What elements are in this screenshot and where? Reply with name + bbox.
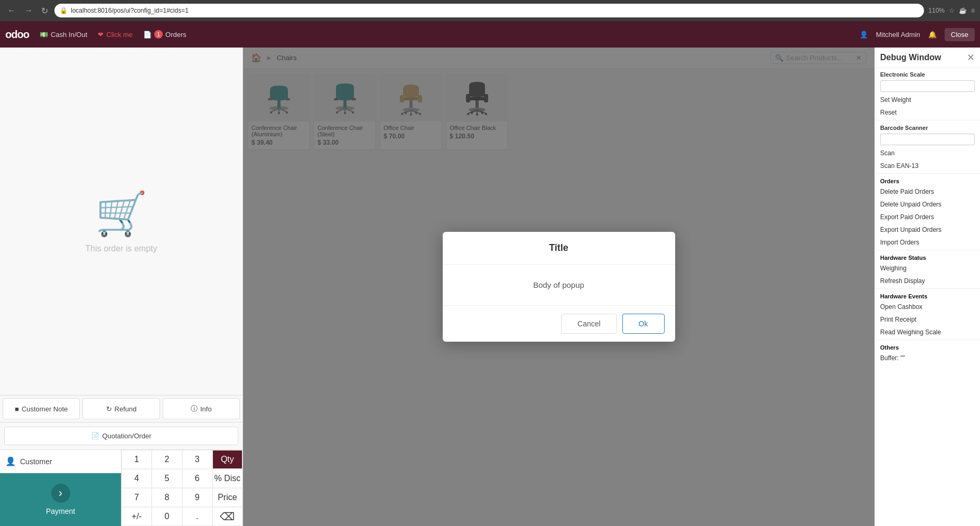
shield-icon: ☕ — [959, 7, 967, 14]
buffer-label: Buffer: "" — [875, 352, 980, 364]
quotation-button[interactable]: 📄 Quotation/Order — [4, 427, 238, 445]
numpad-row-2: 4 5 6 % Disc — [122, 469, 242, 488]
modal-title: Title — [443, 232, 675, 265]
customer-note-button[interactable]: ■ Customer Note — [3, 398, 80, 419]
nav-orders-label: Orders — [165, 31, 186, 39]
center-panel: 🏠 ► Chairs 🔍 Search Products... ✕ — [243, 48, 874, 526]
browser-chrome: ← → ↻ 🔒 localhost:8016/pos/ui?config_id=… — [0, 0, 980, 21]
refund-icon: ↻ — [106, 405, 112, 413]
customer-label: Customer — [20, 457, 52, 466]
payment-arrow-icon: › — [51, 484, 70, 503]
key-disc[interactable]: % Disc — [212, 469, 242, 488]
menu-icon: ≡ — [971, 7, 975, 14]
refresh-display-button[interactable]: Refresh Display — [875, 275, 980, 287]
barcode-scanner-input[interactable] — [880, 134, 975, 145]
key-9[interactable]: 9 — [182, 488, 212, 507]
key-6[interactable]: 6 — [182, 469, 212, 488]
orders-section-title: Orders — [875, 175, 980, 185]
weighing-button[interactable]: Weighing — [875, 262, 980, 275]
electronic-scale-title: Electronic Scale — [875, 68, 980, 79]
info-label: Info — [200, 405, 212, 413]
modal-backdrop: Title Body of popup Cancel Ok — [243, 48, 874, 526]
main-container: 🛒 This order is empty ■ Customer Note ↻ … — [0, 48, 980, 526]
nav-click-me[interactable]: ❤ Click me — [98, 31, 133, 39]
others-title: Others — [875, 341, 980, 352]
nav-cash-in-out[interactable]: 💵 Cash In/Out — [40, 31, 87, 39]
delete-unpaid-orders-button[interactable]: Delete Unpaid Orders — [875, 198, 980, 211]
debug-panel: Debug Window ✕ Electronic Scale Set Weig… — [874, 48, 980, 526]
person-icon: 👤 — [5, 456, 16, 466]
bookmark-icon: ☆ — [949, 7, 955, 14]
export-unpaid-orders-button[interactable]: Export Unpaid Orders — [875, 223, 980, 236]
file-icon: 📄 — [91, 432, 99, 440]
left-panel: 🛒 This order is empty ■ Customer Note ↻ … — [0, 48, 243, 526]
payment-button[interactable]: › Payment — [0, 473, 121, 526]
url-text: localhost:8016/pos/ui?config_id=1#cids=1 — [71, 7, 189, 14]
user-avatar-icon: 👤 — [860, 31, 868, 39]
numpad-grid: 1 2 3 Qty 4 5 6 % Disc 7 8 9 Price — [122, 450, 242, 526]
scan-button[interactable]: Scan — [875, 147, 980, 159]
user-area: 👤 Mitchell Admin 🔔 Close — [860, 28, 975, 41]
import-orders-button[interactable]: Import Orders — [875, 236, 980, 249]
order-empty: 🛒 This order is empty — [0, 48, 242, 395]
hardware-events-title: Hardware Events — [875, 290, 980, 300]
reload-button[interactable]: ↻ — [39, 4, 50, 18]
scan-ean13-button[interactable]: Scan EAN-13 — [875, 159, 980, 172]
key-7[interactable]: 7 — [122, 488, 152, 507]
key-4[interactable]: 4 — [122, 469, 152, 488]
key-2[interactable]: 2 — [152, 450, 182, 469]
set-weight-button[interactable]: Set Weight — [875, 93, 980, 106]
export-paid-orders-button[interactable]: Export Paid Orders — [875, 211, 980, 223]
modal-box: Title Body of popup Cancel Ok — [443, 232, 675, 342]
order-actions: ■ Customer Note ↻ Refund ⓘ Info — [0, 395, 242, 422]
modal-cancel-button[interactable]: Cancel — [561, 314, 617, 334]
electronic-scale-input[interactable] — [880, 80, 975, 92]
modal-footer: Cancel Ok — [443, 306, 675, 342]
odoo-logo: odoo — [5, 29, 29, 41]
read-weighing-scale-button[interactable]: Read Weighing Scale — [875, 326, 980, 339]
key-1[interactable]: 1 — [122, 450, 152, 469]
nav-orders[interactable]: 📄 1 Orders — [143, 30, 186, 39]
debug-close-button[interactable]: ✕ — [967, 52, 975, 63]
heart-icon: ❤ — [98, 31, 104, 39]
barcode-scanner-title: Barcode Scanner — [875, 121, 980, 132]
user-name: Mitchell Admin — [876, 31, 920, 39]
browser-right: 110% ☆ ☕ ≡ — [928, 7, 975, 14]
key-0[interactable]: 0 — [152, 507, 182, 526]
refund-label: Refund — [115, 405, 137, 413]
debug-title: Debug Window — [880, 53, 941, 62]
address-bar[interactable]: 🔒 localhost:8016/pos/ui?config_id=1#cids… — [54, 4, 924, 17]
key-price[interactable]: Price — [212, 488, 242, 507]
notification-icon[interactable]: 🔔 — [928, 31, 937, 39]
key-plusminus[interactable]: +/- — [122, 507, 152, 526]
key-dot[interactable]: . — [182, 507, 212, 526]
orders-badge: 1 — [154, 30, 163, 39]
top-nav: odoo 💵 Cash In/Out ❤ Click me 📄 1 Orders… — [0, 21, 980, 48]
empty-cart-icon: 🛒 — [95, 189, 148, 239]
reset-button[interactable]: Reset — [875, 106, 980, 119]
numpad-row-1: 1 2 3 Qty — [122, 450, 242, 469]
key-5[interactable]: 5 — [152, 469, 182, 488]
delete-paid-orders-button[interactable]: Delete Paid Orders — [875, 185, 980, 198]
quotation-section: 📄 Quotation/Order — [0, 422, 242, 449]
nav-cash-label: Cash In/Out — [51, 31, 87, 39]
key-qty[interactable]: Qty — [212, 450, 242, 469]
nav-clickme-label: Click me — [106, 31, 133, 39]
open-cashbox-button[interactable]: Open Cashbox — [875, 300, 980, 313]
numpad-row-4: +/- 0 . ⌫ — [122, 507, 242, 526]
empty-order-text: This order is empty — [85, 244, 157, 253]
cash-icon: 💵 — [40, 31, 48, 39]
hardware-status-title: Hardware Status — [875, 251, 980, 262]
payment-label: Payment — [46, 507, 75, 515]
print-receipt-button[interactable]: Print Receipt — [875, 313, 980, 326]
key-backspace[interactable]: ⌫ — [212, 507, 242, 526]
key-8[interactable]: 8 — [152, 488, 182, 507]
close-button[interactable]: Close — [945, 28, 975, 41]
modal-ok-button[interactable]: Ok — [622, 314, 665, 334]
info-button[interactable]: ⓘ Info — [163, 398, 240, 419]
forward-button[interactable]: → — [22, 4, 35, 17]
back-button[interactable]: ← — [5, 4, 18, 17]
key-3[interactable]: 3 — [182, 450, 212, 469]
refund-button[interactable]: ↻ Refund — [82, 398, 160, 419]
customer-row[interactable]: 👤 Customer — [0, 450, 121, 473]
